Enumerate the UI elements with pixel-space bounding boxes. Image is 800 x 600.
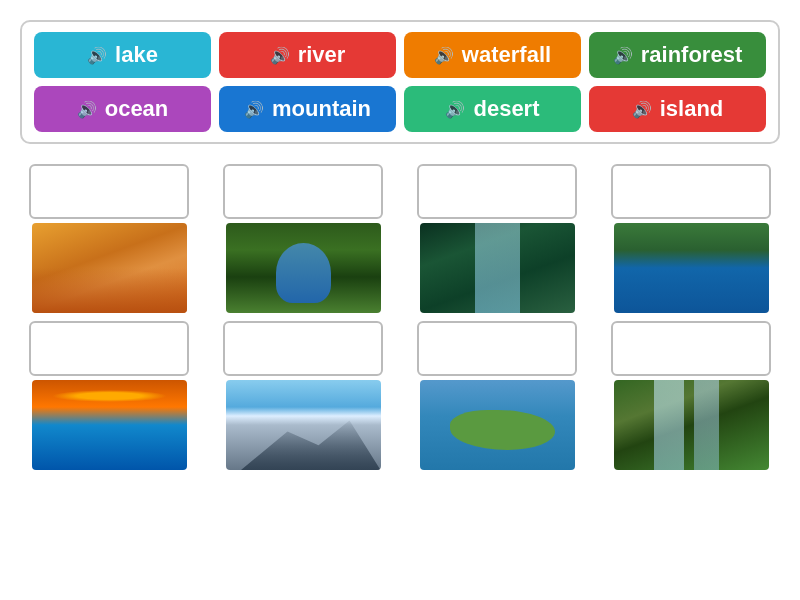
word-btn-river[interactable]: 🔊river [219,32,396,78]
match-item-match-waterfall [408,164,586,313]
speaker-icon-waterfall: 🔊 [434,46,454,65]
match-item-match-lake [602,164,780,313]
word-btn-island[interactable]: 🔊island [589,86,766,132]
speaker-icon-rainforest: 🔊 [613,46,633,65]
match-item-match-waterfall2 [602,321,780,470]
nature-image-ocean [32,380,187,470]
matching-area-row1 [20,164,780,313]
word-btn-waterfall[interactable]: 🔊waterfall [404,32,581,78]
nature-image-waterfall [420,223,575,313]
speaker-icon-mountain: 🔊 [244,100,264,119]
word-label-rainforest: rainforest [641,42,742,68]
word-btn-rainforest[interactable]: 🔊rainforest [589,32,766,78]
word-label-desert: desert [473,96,539,122]
match-item-match-ocean [20,321,198,470]
drop-zone-match-island[interactable] [417,321,577,376]
speaker-icon-river: 🔊 [270,46,290,65]
drop-zone-match-river[interactable] [223,164,383,219]
nature-image-river [226,223,381,313]
word-label-mountain: mountain [272,96,371,122]
word-btn-lake[interactable]: 🔊lake [34,32,211,78]
word-bank: 🔊lake🔊river🔊waterfall🔊rainforest🔊ocean🔊m… [20,20,780,144]
speaker-icon-desert: 🔊 [445,100,465,119]
nature-image-lake [614,223,769,313]
speaker-icon-ocean: 🔊 [77,100,97,119]
match-item-match-desert [20,164,198,313]
drop-zone-match-mountain[interactable] [223,321,383,376]
nature-image-waterfall2 [614,380,769,470]
match-item-match-river [214,164,392,313]
word-label-river: river [298,42,346,68]
drop-zone-match-ocean[interactable] [29,321,189,376]
speaker-icon-lake: 🔊 [87,46,107,65]
match-item-match-island [408,321,586,470]
speaker-icon-island: 🔊 [632,100,652,119]
nature-image-desert [32,223,187,313]
drop-zone-match-waterfall[interactable] [417,164,577,219]
match-item-match-mountain [214,321,392,470]
word-btn-mountain[interactable]: 🔊mountain [219,86,396,132]
word-btn-ocean[interactable]: 🔊ocean [34,86,211,132]
word-label-ocean: ocean [105,96,169,122]
nature-image-island [420,380,575,470]
nature-image-mountain [226,380,381,470]
drop-zone-match-lake[interactable] [611,164,771,219]
word-label-lake: lake [115,42,158,68]
drop-zone-match-waterfall2[interactable] [611,321,771,376]
word-label-island: island [660,96,724,122]
word-label-waterfall: waterfall [462,42,551,68]
word-btn-desert[interactable]: 🔊desert [404,86,581,132]
drop-zone-match-desert[interactable] [29,164,189,219]
matching-area-row2 [20,321,780,470]
